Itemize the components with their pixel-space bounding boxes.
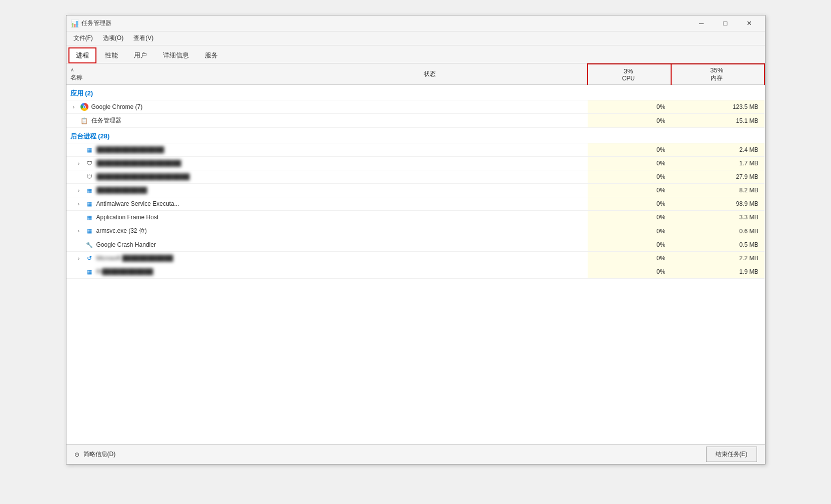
expand-arrow[interactable]: › bbox=[75, 187, 82, 194]
col-header-memory[interactable]: 35% 内存 bbox=[671, 64, 764, 85]
tab-users[interactable]: 用户 bbox=[126, 47, 154, 63]
table-row[interactable]: › ▦ ████████████ 0% 8.2 MB bbox=[66, 184, 765, 197]
title-bar-controls: ─ □ ✕ bbox=[690, 16, 761, 31]
table-row[interactable]: 🛡 ██████████████████████ 0% 27.9 MB bbox=[66, 170, 765, 184]
process-name-label: armsvc.exe (32 位) bbox=[96, 227, 147, 235]
cell-memory: 0.5 MB bbox=[671, 238, 764, 252]
cell-cpu: 0% bbox=[588, 157, 672, 170]
process-table: ∧ 名称 状态 3% CPU bbox=[66, 63, 765, 279]
maximize-button[interactable]: □ bbox=[714, 16, 737, 31]
cell-cpu: 0% bbox=[588, 224, 672, 238]
cell-cpu: 0% bbox=[588, 100, 672, 114]
process-table-container[interactable]: ∧ 名称 状态 3% CPU bbox=[66, 63, 765, 444]
cell-memory: 98.9 MB bbox=[671, 197, 764, 211]
cell-status bbox=[420, 143, 587, 157]
expand-arrow[interactable]: › bbox=[75, 228, 82, 235]
main-content: ∧ 名称 状态 3% CPU bbox=[66, 63, 765, 444]
minimize-button[interactable]: ─ bbox=[690, 16, 713, 31]
cell-name: › ▦ Antimalware Service Executa... bbox=[66, 197, 420, 211]
shield-icon: 🛡 bbox=[85, 173, 93, 181]
expand-arrow-placeholder bbox=[70, 117, 77, 124]
cell-memory: 2.2 MB bbox=[671, 252, 764, 265]
table-row[interactable]: › Google Chrome (7) 0% 123.5 MB bbox=[66, 100, 765, 114]
tab-details[interactable]: 详细信息 bbox=[155, 47, 196, 63]
process-name-label: ████████████████ bbox=[96, 146, 164, 153]
expand-arrow[interactable]: › bbox=[75, 160, 82, 167]
cell-status bbox=[420, 265, 587, 279]
cell-memory: 8.2 MB bbox=[671, 184, 764, 197]
cell-name: 📋 任务管理器 bbox=[66, 114, 420, 128]
cell-cpu: 0% bbox=[588, 197, 672, 211]
col-header-status[interactable]: 状态 bbox=[420, 64, 587, 85]
table-icon: ▦ bbox=[85, 200, 93, 208]
info-icon: ⊙ bbox=[74, 451, 79, 458]
background-label: 后台进程 (28) bbox=[66, 128, 765, 143]
tab-processes[interactable]: 进程 bbox=[68, 47, 96, 63]
table-header-row: ∧ 名称 状态 3% CPU bbox=[66, 64, 765, 85]
cell-name: 🛡 ██████████████████████ bbox=[66, 170, 420, 184]
cell-name: ▦ RI████████████ bbox=[66, 265, 420, 279]
cell-memory: 0.6 MB bbox=[671, 224, 764, 238]
table-row[interactable]: ▦ RI████████████ 0% 1.9 MB bbox=[66, 265, 765, 279]
process-name-label: Antimalware Service Executa... bbox=[96, 200, 179, 207]
table-row[interactable]: › 🛡 ████████████████████ 0% 1.7 MB bbox=[66, 157, 765, 170]
cell-cpu: 0% bbox=[588, 252, 672, 265]
cell-memory: 3.3 MB bbox=[671, 211, 764, 224]
expand-arrow[interactable]: › bbox=[75, 255, 82, 262]
window-title: 任务管理器 bbox=[81, 19, 111, 27]
cell-cpu: 0% bbox=[588, 184, 672, 197]
table-row[interactable]: 🔧 Google Crash Handler 0% 0.5 MB bbox=[66, 238, 765, 252]
cell-status bbox=[420, 238, 587, 252]
col-header-cpu[interactable]: 3% CPU bbox=[588, 64, 672, 85]
process-name-label: ████████████████████ bbox=[96, 160, 181, 167]
process-name-label: ██████████████████████ bbox=[96, 173, 190, 180]
cell-name: › ↺ Microsoft ████████████ bbox=[66, 252, 420, 265]
process-name-label: 任务管理器 bbox=[91, 116, 121, 125]
expand-arrow[interactable]: › bbox=[70, 103, 77, 110]
process-tbody: 应用 (2) › Google Chrome (7) 0% 123.5 MB 📋… bbox=[66, 85, 765, 279]
cell-status bbox=[420, 157, 587, 170]
table-row[interactable]: ▦ Application Frame Host 0% 3.3 MB bbox=[66, 211, 765, 224]
table-icon: ▦ bbox=[85, 227, 93, 235]
title-bar: 📊 任务管理器 ─ □ ✕ bbox=[66, 15, 765, 31]
cell-cpu: 0% bbox=[588, 143, 672, 157]
expand-arrow-placeholder bbox=[75, 146, 82, 153]
cell-cpu: 0% bbox=[588, 170, 672, 184]
process-name-label: RI████████████ bbox=[96, 268, 153, 275]
title-bar-left: 📊 任务管理器 bbox=[70, 19, 111, 27]
cell-name: ▦ ████████████████ bbox=[66, 143, 420, 157]
menu-view[interactable]: 查看(V) bbox=[128, 32, 158, 44]
table-row[interactable]: 📋 任务管理器 0% 15.1 MB bbox=[66, 114, 765, 128]
table-icon: ▦ bbox=[85, 213, 93, 221]
cell-memory: 123.5 MB bbox=[671, 100, 764, 114]
table-row[interactable]: › ▦ armsvc.exe (32 位) 0% 0.6 MB bbox=[66, 224, 765, 238]
tab-services[interactable]: 服务 bbox=[197, 47, 225, 63]
table-row[interactable]: › ▦ Antimalware Service Executa... 0% 98… bbox=[66, 197, 765, 211]
chrome-icon bbox=[80, 103, 88, 111]
process-name-label: Microsoft ████████████ bbox=[96, 255, 173, 262]
close-button[interactable]: ✕ bbox=[738, 16, 761, 31]
expand-arrow-placeholder bbox=[75, 268, 82, 275]
table-row[interactable]: ▦ ████████████████ 0% 2.4 MB bbox=[66, 143, 765, 157]
cell-status bbox=[420, 170, 587, 184]
status-info[interactable]: ⊙ 简略信息(D) bbox=[74, 450, 116, 459]
menu-options[interactable]: 选项(O) bbox=[98, 32, 128, 44]
table-row[interactable]: › ↺ Microsoft ████████████ 0% 2.2 MB bbox=[66, 252, 765, 265]
cell-status bbox=[420, 252, 587, 265]
col-header-name[interactable]: ∧ 名称 bbox=[66, 64, 420, 85]
cell-memory: 2.4 MB bbox=[671, 143, 764, 157]
sort-up-icon: ∧ bbox=[70, 67, 74, 72]
taskmgr-icon: 📋 bbox=[80, 117, 88, 125]
menu-bar: 文件(F) 选项(O) 查看(V) bbox=[66, 31, 765, 45]
end-task-button[interactable]: 结束任务(E) bbox=[706, 447, 757, 462]
cell-memory: 1.7 MB bbox=[671, 157, 764, 170]
cell-cpu: 0% bbox=[588, 114, 672, 128]
menu-file[interactable]: 文件(F) bbox=[68, 32, 98, 44]
process-name-label: Google Chrome (7) bbox=[91, 103, 143, 110]
cell-name: › Google Chrome (7) bbox=[66, 100, 420, 114]
cell-name: › ▦ armsvc.exe (32 位) bbox=[66, 224, 420, 238]
tab-performance[interactable]: 性能 bbox=[97, 47, 125, 63]
cell-memory: 27.9 MB bbox=[671, 170, 764, 184]
expand-arrow[interactable]: › bbox=[75, 200, 82, 207]
process-name-label: Application Frame Host bbox=[96, 214, 159, 221]
